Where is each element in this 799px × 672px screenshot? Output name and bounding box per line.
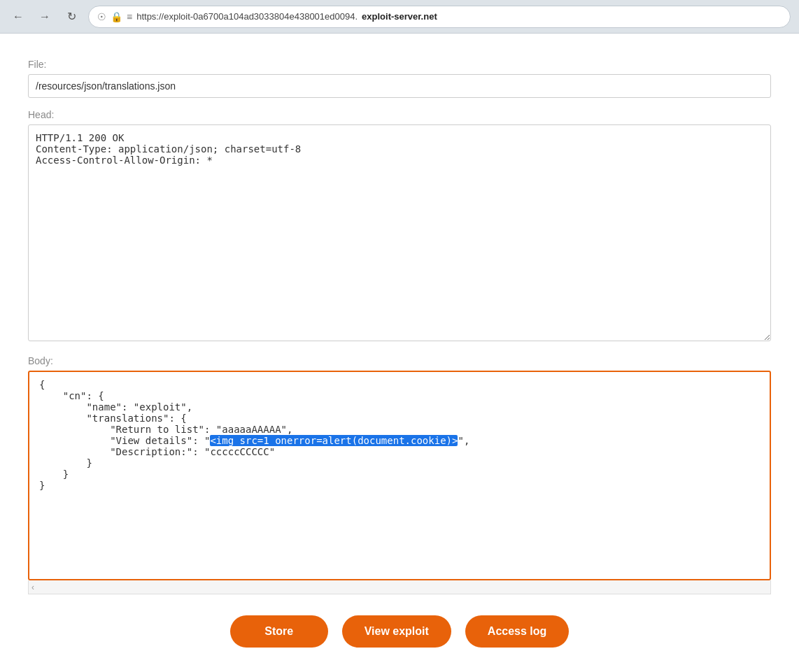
reload-button[interactable]: ↻ bbox=[62, 7, 81, 27]
browser-chrome: ← → ↻ ☉ 🔒 ≡ https://exploit-0a6700a104ad… bbox=[0, 0, 799, 34]
highlighted-text: <img src=1 onerror=alert(document.cookie… bbox=[210, 435, 458, 446]
back-button[interactable]: ← bbox=[8, 7, 28, 27]
file-label: File: bbox=[28, 59, 771, 70]
body-label: Body: bbox=[28, 355, 771, 366]
scroll-bar[interactable]: ‹ bbox=[28, 580, 771, 594]
store-button[interactable]: Store bbox=[230, 615, 328, 648]
page-content: File: Head: HTTP/1.1 200 OK Content-Type… bbox=[0, 34, 799, 672]
url-bold: exploit-server.net bbox=[362, 11, 437, 22]
view-exploit-button[interactable]: View exploit bbox=[342, 615, 451, 648]
access-log-button[interactable]: Access log bbox=[465, 615, 569, 648]
address-bar[interactable]: ☉ 🔒 ≡ https://exploit-0a6700a104ad303380… bbox=[88, 6, 791, 28]
head-label: Head: bbox=[28, 109, 771, 120]
main-area: File: Head: HTTP/1.1 200 OK Content-Type… bbox=[0, 34, 799, 672]
tune-icon: ≡ bbox=[127, 11, 132, 22]
lock-icon: 🔒 bbox=[111, 11, 122, 22]
file-input[interactable] bbox=[28, 74, 771, 98]
shield-icon: ☉ bbox=[97, 11, 106, 22]
button-row: Store View exploit Access log bbox=[28, 594, 771, 662]
body-display[interactable]: { "cn": { "name": "exploit", "translatio… bbox=[28, 371, 771, 580]
url-normal: https://exploit-0a6700a104ad3033804e4380… bbox=[136, 11, 358, 22]
head-textarea[interactable]: HTTP/1.1 200 OK Content-Type: applicatio… bbox=[28, 124, 771, 341]
forward-button[interactable]: → bbox=[35, 7, 55, 27]
scroll-left-icon: ‹ bbox=[31, 582, 34, 592]
